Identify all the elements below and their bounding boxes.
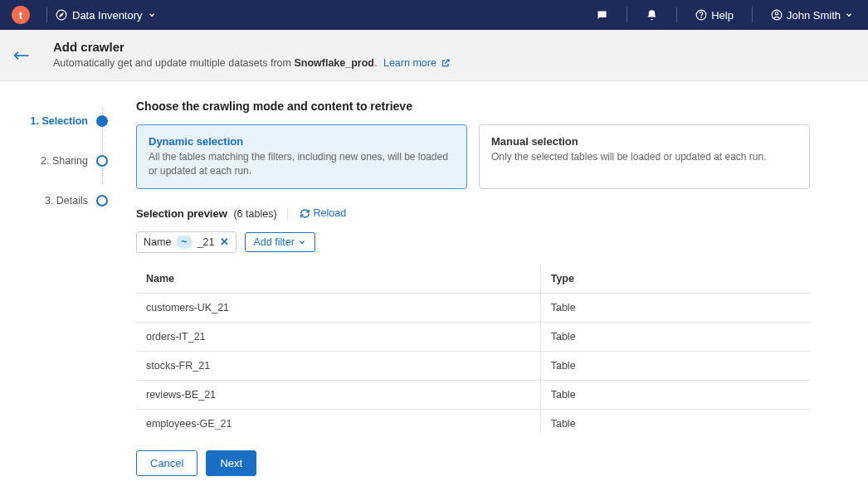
section-heading: Choose the crawling mode and content to …: [136, 100, 810, 113]
external-link-icon: [441, 58, 451, 68]
chevron-down-icon: [298, 238, 306, 246]
column-header-type: Type: [540, 265, 810, 294]
card-manual-selection[interactable]: Manual selection Only the selected table…: [479, 124, 810, 189]
svg-point-5: [775, 12, 778, 16]
separator: [627, 7, 627, 22]
sub-header: Add crawler Automatically get and update…: [0, 30, 868, 81]
cell-name: employees-GE_21: [136, 409, 540, 438]
card-subtitle: Only the selected tables will be loaded …: [491, 150, 797, 164]
cell-type: Table: [540, 293, 810, 322]
bell-icon-button[interactable]: [642, 7, 661, 23]
main-content: Choose the crawling mode and content to …: [118, 81, 831, 486]
remove-filter-icon[interactable]: ✕: [220, 236, 229, 248]
compass-icon: [56, 9, 67, 21]
reload-button[interactable]: Reload: [300, 207, 347, 219]
step-label: 3. Details: [45, 195, 88, 207]
cell-name: prospects-DK_21: [136, 438, 540, 439]
footer: Cancel Next: [0, 440, 868, 486]
chevron-down-icon: [148, 11, 156, 19]
step-dot-icon: [96, 155, 108, 167]
svg-point-0: [56, 10, 66, 20]
nav-label: Data Inventory: [72, 9, 143, 22]
user-icon: [771, 9, 783, 21]
topbar: t Data Inventory Help John Smith: [0, 0, 868, 30]
reload-icon: [300, 208, 310, 219]
cell-name: stocks-FR_21: [136, 351, 540, 380]
cell-name: orders-IT_21: [136, 322, 540, 351]
cell-name: reviews-BE_21: [136, 380, 540, 409]
logo-letter: t: [19, 9, 22, 22]
next-button[interactable]: Next: [206, 450, 256, 476]
arrow-left-icon: [13, 50, 30, 61]
stepper: 1. Selection 2. Sharing 3. Details: [0, 81, 118, 486]
step-label: 2. Sharing: [41, 155, 88, 167]
filter-value: _21: [197, 236, 215, 248]
table-row[interactable]: employees-GE_21Table: [136, 409, 810, 438]
bell-icon: [646, 9, 658, 22]
separator: [752, 7, 753, 22]
column-header-name: Name: [136, 265, 540, 294]
help-button[interactable]: Help: [692, 7, 737, 23]
cell-type: Table: [540, 438, 810, 439]
step-sharing[interactable]: 2. Sharing: [0, 141, 108, 181]
table-row[interactable]: orders-IT_21Table: [136, 322, 810, 351]
table-row[interactable]: prospects-DK_21Table: [136, 438, 810, 439]
nav-data-inventory[interactable]: Data Inventory: [56, 9, 156, 22]
chat-icon-button[interactable]: [592, 7, 612, 23]
card-subtitle: All the tables matching the filters, inc…: [149, 150, 455, 178]
card-title: Manual selection: [491, 135, 797, 148]
page-title: Add crawler: [53, 40, 853, 54]
page-description: Automatically get and update multiple da…: [53, 57, 853, 69]
app-logo[interactable]: t: [12, 6, 30, 24]
step-details[interactable]: 3. Details: [0, 181, 108, 221]
cell-type: Table: [540, 380, 810, 409]
cell-type: Table: [540, 351, 810, 380]
step-label: 1. Selection: [31, 115, 88, 127]
svg-point-3: [701, 17, 702, 18]
topbar-right: Help John Smith: [592, 7, 856, 23]
filter-operator: ~: [176, 236, 192, 249]
step-dot-icon: [96, 195, 108, 207]
preview-label: Selection preview (6 tables): [136, 207, 288, 220]
preview-count: (6 tables): [233, 208, 287, 220]
filter-chip-name[interactable]: Name ~ _21 ✕: [136, 231, 237, 253]
svg-marker-1: [60, 13, 64, 17]
add-filter-button[interactable]: Add filter: [245, 232, 315, 252]
user-menu[interactable]: John Smith: [768, 7, 856, 23]
table-row[interactable]: stocks-FR_21Table: [136, 351, 810, 380]
cancel-button[interactable]: Cancel: [136, 450, 197, 476]
step-selection[interactable]: 1. Selection: [0, 101, 108, 141]
separator: [676, 7, 677, 22]
user-name: John Smith: [787, 9, 841, 22]
card-dynamic-selection[interactable]: Dynamic selection All the tables matchin…: [136, 124, 467, 189]
card-title: Dynamic selection: [149, 135, 455, 148]
cell-type: Table: [540, 322, 810, 351]
preview-table: Name Type customers-UK_21Tableorders-IT_…: [136, 265, 810, 439]
chat-icon: [596, 9, 608, 22]
back-button[interactable]: [0, 30, 43, 80]
learn-more-link[interactable]: Learn more: [383, 57, 451, 69]
cell-name: customers-UK_21: [136, 293, 540, 322]
filter-field: Name: [144, 236, 171, 248]
step-dot-icon: [96, 115, 108, 127]
help-icon: [695, 9, 707, 21]
chevron-down-icon: [845, 11, 853, 19]
help-label: Help: [711, 9, 734, 22]
separator: [46, 7, 47, 22]
cell-type: Table: [540, 409, 810, 438]
table-row[interactable]: customers-UK_21Table: [136, 293, 810, 322]
table-row[interactable]: reviews-BE_21Table: [136, 380, 810, 409]
source-name: Snowflake_prod: [294, 57, 374, 69]
